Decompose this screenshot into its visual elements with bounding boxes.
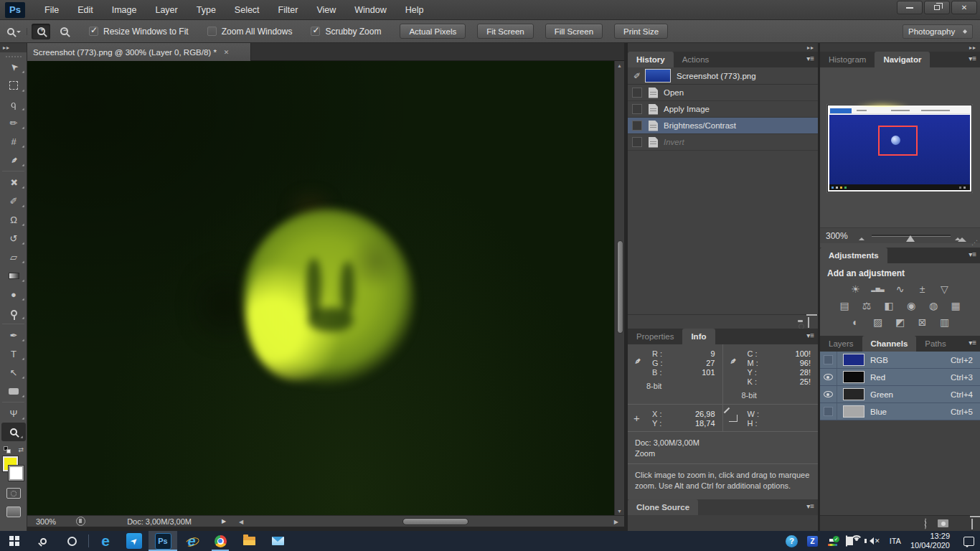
lasso-tool[interactable]: ρ xyxy=(0,95,27,113)
eyedropper-icon[interactable]: ✒ xyxy=(726,354,739,367)
scroll-left-arrow[interactable] xyxy=(239,519,243,525)
history-state-invert[interactable]: Invert xyxy=(628,134,818,151)
power-tray-icon[interactable] xyxy=(846,536,847,546)
history-brush-source-icon[interactable]: ✐ xyxy=(631,71,644,81)
eyedropper-icon[interactable]: ✒ xyxy=(631,354,644,367)
adjustment-gradient-map-icon[interactable]: ▥ xyxy=(936,316,953,329)
chrome-icon[interactable] xyxy=(206,531,235,551)
zoom-in-mountain-icon[interactable] xyxy=(958,233,966,242)
taskbar-clock[interactable]: 13:29 10/04/2020 xyxy=(910,532,950,550)
menu-image[interactable]: Image xyxy=(103,0,146,19)
pen-tool[interactable]: ✒ xyxy=(0,326,27,344)
vertical-scrollbar[interactable] xyxy=(614,61,624,515)
toolbar-collapse-icon[interactable] xyxy=(0,43,27,52)
eyedropper-tool[interactable]: ✒ xyxy=(0,151,27,169)
navigator-preview[interactable] xyxy=(827,105,972,192)
move-tool[interactable]: ➤ xyxy=(0,57,27,76)
panel-menu-icon[interactable] xyxy=(806,55,814,62)
tab-adjustments[interactable]: Adjustments xyxy=(820,248,887,263)
adjustment-photo-filter-icon[interactable]: ◉ xyxy=(903,299,920,312)
rocket-app-icon[interactable]: ➤ xyxy=(120,531,149,551)
navigator-zoom-slider[interactable] xyxy=(872,235,951,237)
adjustment-vibrance-icon[interactable]: ▽ xyxy=(936,283,953,296)
menu-window[interactable]: Window xyxy=(345,0,395,19)
gradient-tool[interactable] xyxy=(0,266,27,285)
internet-explorer-icon[interactable]: e xyxy=(177,531,206,551)
horizontal-scrollbar[interactable] xyxy=(239,516,618,527)
crop-tool[interactable]: # xyxy=(0,132,27,151)
adjustment-hue-saturation-icon[interactable]: ▤ xyxy=(836,299,853,312)
tab-properties[interactable]: Properties xyxy=(628,329,682,344)
print-size-button[interactable]: Print Size xyxy=(614,24,668,39)
eraser-tool[interactable]: ▱ xyxy=(0,248,27,266)
checkbox-box[interactable] xyxy=(311,27,320,36)
history-state-checkbox[interactable] xyxy=(632,104,642,114)
panel-collapse-icon[interactable] xyxy=(820,43,980,52)
tab-info[interactable]: Info xyxy=(682,329,715,344)
history-snapshot-row[interactable]: ✐ Screenshot (773).png xyxy=(628,67,818,85)
rectangular-marquee-tool[interactable] xyxy=(0,76,27,95)
tab-layers[interactable]: Layers xyxy=(820,336,862,352)
channel-row-red[interactable]: RedCtrl+3 xyxy=(820,369,980,386)
channel-row-green[interactable]: GreenCtrl+4 xyxy=(820,386,980,403)
spot-healing-brush-tool[interactable]: ✚ xyxy=(0,173,27,192)
checkbox-box[interactable] xyxy=(207,27,217,36)
checkbox-resize-windows-to-fit[interactable]: Resize Windows to Fit xyxy=(89,27,189,37)
zoom-in-button[interactable]: + xyxy=(32,24,50,39)
brush-tool[interactable]: ✐ xyxy=(0,192,27,210)
zoom-tool[interactable] xyxy=(1,423,26,441)
background-color-swatch[interactable] xyxy=(9,466,24,481)
minimize-button[interactable] xyxy=(897,1,923,14)
close-icon[interactable] xyxy=(224,49,230,56)
menu-view[interactable]: View xyxy=(307,0,345,19)
vertical-scrollbar-thumb[interactable] xyxy=(617,240,623,334)
close-button[interactable]: ✕ xyxy=(951,1,977,14)
adjustment-curves-icon[interactable]: ∿ xyxy=(892,283,909,296)
language-indicator[interactable]: ITA xyxy=(890,537,901,545)
menu-help[interactable]: Help xyxy=(396,0,433,19)
clone-stamp-tool[interactable]: Ω xyxy=(0,210,27,229)
adjustment-posterize-icon[interactable]: ▨ xyxy=(870,316,887,329)
start-button[interactable] xyxy=(0,531,29,551)
blur-tool[interactable]: ● xyxy=(0,285,27,303)
adjustment-levels-icon[interactable]: ▂▅▃ xyxy=(870,283,887,296)
status-doc-size[interactable]: Doc: 3,00M/3,00M xyxy=(127,517,192,526)
navigator-zoom-slider-thumb[interactable] xyxy=(906,231,915,242)
help-tray-icon[interactable]: ? xyxy=(786,535,798,547)
cmyk-depth[interactable]: 8-bit xyxy=(742,391,811,400)
adjustment-color-balance-icon[interactable]: ⚖ xyxy=(858,299,875,312)
photoshop-taskbar-icon[interactable]: Ps xyxy=(149,531,177,551)
screen-mode-button[interactable] xyxy=(6,507,21,517)
cortana-button[interactable] xyxy=(57,531,86,551)
document-tab[interactable]: Screenshot (773).png @ 300% (Layer 0, RG… xyxy=(27,43,251,61)
adjustment-brightness-contrast-icon[interactable]: ☀ xyxy=(847,283,864,296)
adjustment-threshold-icon[interactable]: ◩ xyxy=(892,316,909,329)
navigator-view-box[interactable] xyxy=(878,126,918,156)
tab-channels[interactable]: Channels xyxy=(862,336,917,352)
zoom-tool-badge[interactable] xyxy=(7,28,27,35)
menu-filter[interactable]: Filter xyxy=(269,0,308,19)
history-state-brightness-contrast[interactable]: Brightness/Contrast xyxy=(628,118,818,134)
adjustment-exposure-icon[interactable]: ± xyxy=(914,283,931,296)
channel-visibility-toggle[interactable] xyxy=(820,403,837,420)
actual-pixels-button[interactable]: Actual Pixels xyxy=(400,24,466,39)
shape-tool[interactable] xyxy=(0,382,27,400)
default-colors-icon[interactable] xyxy=(4,446,11,453)
tab-history[interactable]: History xyxy=(628,52,674,67)
panel-menu-icon[interactable] xyxy=(969,55,976,62)
save-selection-as-channel-button[interactable] xyxy=(938,519,948,527)
adjustment-channel-mixer-icon[interactable]: ◍ xyxy=(925,299,942,312)
action-center-icon[interactable] xyxy=(963,537,974,546)
dodge-tool[interactable] xyxy=(0,303,27,322)
channel-row-blue[interactable]: BlueCtrl+5 xyxy=(820,403,980,420)
tab-histogram[interactable]: Histogram xyxy=(820,52,875,67)
adjustment-invert-icon[interactable]: ◐ xyxy=(847,316,864,329)
type-tool[interactable]: T xyxy=(0,344,27,363)
hand-tool[interactable]: Ψ xyxy=(0,404,27,423)
channel-visibility-toggle[interactable] xyxy=(820,369,837,385)
tab-navigator[interactable]: Navigator xyxy=(875,52,930,67)
scroll-right-arrow[interactable] xyxy=(614,519,618,525)
tab-paths[interactable]: Paths xyxy=(916,336,954,352)
status-zoom-level[interactable]: 300% xyxy=(36,517,56,526)
menu-layer[interactable]: Layer xyxy=(146,0,187,19)
